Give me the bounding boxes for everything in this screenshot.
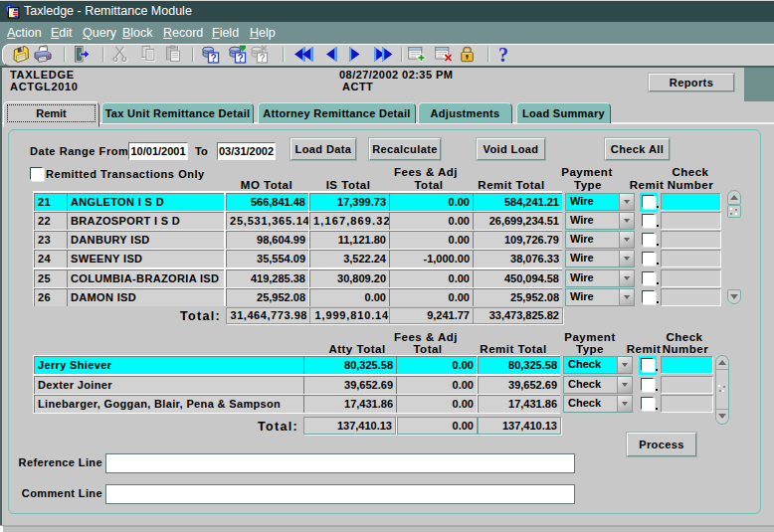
svg-text:?: ?: [260, 53, 266, 64]
svg-text:?: ?: [238, 53, 244, 64]
svg-text:?: ?: [211, 53, 217, 64]
svg-text:?: ?: [498, 45, 508, 66]
